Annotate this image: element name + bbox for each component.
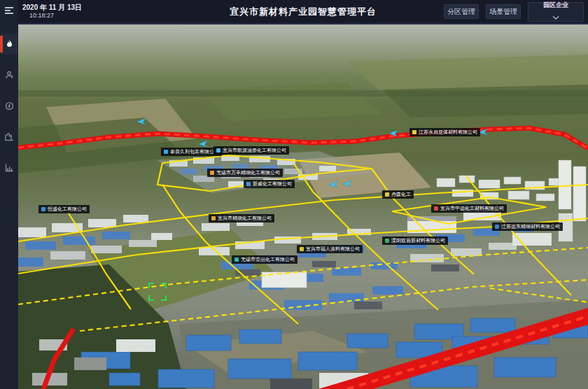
company-label[interactable]: 泰普久利包装有限公司 — [161, 148, 222, 156]
header-actions: 分区管理 场景管理 园区企业 — [444, 2, 588, 22]
company-label-text: 新威化工有限公司 — [253, 180, 292, 188]
tool-sidebar — [0, 0, 18, 389]
company-label-text: 宜兴市凯源油墨化工有限公司 — [223, 146, 286, 155]
company-marker-icon — [234, 257, 239, 262]
chevron-down-icon — [552, 10, 559, 22]
current-time: 10:18:27 — [22, 12, 82, 20]
company-label[interactable]: 恒盛化工有限公司 — [38, 205, 90, 213]
sidebar-item-statistics[interactable] — [0, 157, 18, 178]
company-marker-icon — [216, 148, 220, 153]
map-3d-viewport[interactable]: 泰普久利包装有限公司 宜兴市凯源油墨化工有限公司 无锡市万丰精细化工有限公司 新… — [18, 23, 588, 389]
company-label[interactable]: 江苏远东精细材料有限公司 — [492, 222, 563, 231]
sidebar-item-fire-monitor[interactable] — [0, 34, 18, 55]
company-marker-icon — [434, 206, 438, 211]
cyan-3d-marker-icon[interactable] — [199, 141, 208, 147]
company-label-text: 泰普久利包装有限公司 — [170, 148, 219, 156]
company-marker-icon — [246, 182, 251, 186]
person-icon — [5, 71, 14, 80]
hamburger-icon — [4, 6, 14, 15]
sidebar-item-personnel[interactable] — [0, 64, 18, 85]
smart-park-platform-window: { "header": { "date": "2020 年 11 月 13日",… — [0, 0, 588, 389]
company-marker-icon — [300, 247, 304, 251]
sidebar-item-monitor-gauge[interactable] — [0, 95, 18, 116]
company-label-text: 江苏远东精细材料有限公司 — [501, 222, 560, 231]
company-marker-icon — [385, 192, 389, 197]
company-label-text: 江苏永昌亚体材料有限公司 — [419, 128, 477, 136]
company-label-text: 无锡市壹品化工有限公司 — [241, 255, 295, 264]
company-label[interactable]: 宜兴市福人涂料有限公司 — [297, 245, 363, 253]
menu-toggle-button[interactable] — [0, 0, 18, 21]
cyan-3d-marker-icon[interactable] — [343, 181, 352, 187]
top-header-bar: 2020 年 11 月 13日 10:18:27 宜兴市新材料产业园智慧管理平台… — [18, 0, 588, 24]
current-date: 2020 年 11 月 13日 — [22, 3, 82, 12]
company-marker-icon — [412, 130, 416, 134]
company-label-text: 丹森化工 — [391, 190, 411, 199]
company-label[interactable]: 宜兴市精细化工有限公司 — [209, 214, 274, 222]
bar-chart-icon — [5, 163, 14, 172]
company-marker-icon — [210, 171, 214, 175]
company-label[interactable]: 宜兴市中远化工材料有限公司 — [431, 204, 507, 213]
company-label-text: 宜兴市中远化工材料有限公司 — [440, 204, 504, 213]
flame-icon — [5, 39, 14, 49]
company-label[interactable]: 无锡市壹品化工有限公司 — [232, 255, 298, 264]
datetime-block: 2020 年 11 月 13日 10:18:27 — [22, 3, 82, 20]
cyan-3d-marker-icon[interactable] — [329, 181, 338, 188]
scene-management-button[interactable]: 场景管理 — [486, 4, 521, 19]
gauge-icon — [5, 101, 14, 111]
company-label-text: 宜兴市福人涂料有限公司 — [306, 245, 360, 253]
company-marker-icon — [164, 150, 168, 154]
zone-management-button[interactable]: 分区管理 — [444, 4, 479, 19]
dropdown-label: 园区企业 — [543, 1, 568, 8]
sidebar-item-enterprise[interactable] — [0, 126, 18, 147]
company-label-text: 溧阳双盾新材料有限公司 — [391, 236, 445, 245]
company-label-text: 宜兴市精细化工有限公司 — [218, 214, 272, 222]
company-marker-icon — [495, 225, 499, 229]
page-title: 宜兴市新材料产业园智慧管理平台 — [230, 0, 377, 23]
company-label[interactable]: 宜兴市凯源油墨化工有限公司 — [214, 146, 289, 155]
company-label[interactable]: 新威化工有限公司 — [244, 180, 295, 188]
cyan-3d-marker-icon[interactable] — [137, 118, 146, 125]
company-label[interactable]: 无锡市万丰精细化工有限公司 — [207, 169, 283, 177]
factory-icon — [4, 132, 14, 141]
company-label[interactable]: 江苏永昌亚体材料有限公司 — [410, 128, 480, 136]
cyan-3d-marker-icon[interactable] — [389, 130, 398, 136]
company-label[interactable]: 丹森化工 — [382, 190, 414, 199]
company-label[interactable]: 溧阳双盾新材料有限公司 — [382, 236, 448, 245]
company-label-text: 恒盛化工有限公司 — [48, 205, 87, 213]
company-label-text: 无锡市万丰精细化工有限公司 — [216, 169, 280, 177]
company-marker-icon — [41, 207, 46, 211]
park-enterprise-dropdown[interactable]: 园区企业 — [528, 2, 584, 22]
company-marker-icon — [211, 216, 216, 220]
company-marker-icon — [385, 239, 389, 243]
